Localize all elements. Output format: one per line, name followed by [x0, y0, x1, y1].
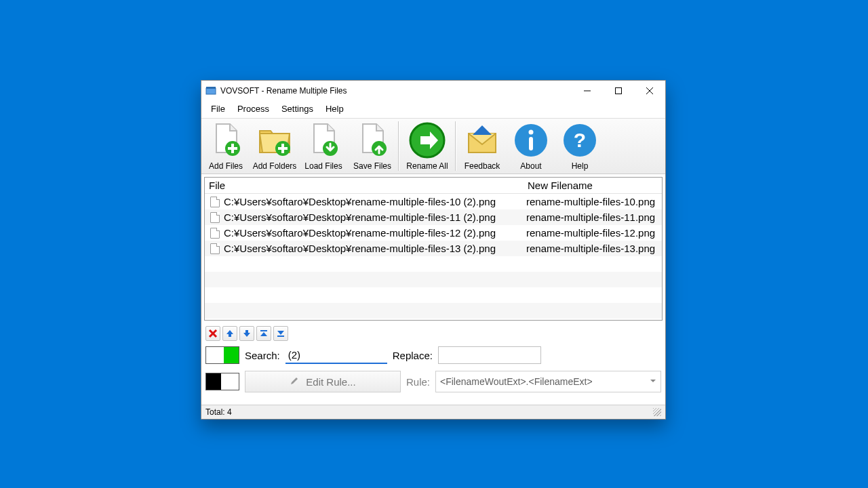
menu-help[interactable]: Help: [320, 102, 349, 115]
column-file[interactable]: File: [205, 178, 524, 193]
rule-input[interactable]: [435, 371, 661, 392]
minimize-button[interactable]: [572, 81, 603, 101]
move-up-button[interactable]: [222, 326, 237, 341]
new-filename: rename-multiple-files-10.png: [521, 196, 662, 207]
svg-text:?: ?: [574, 129, 586, 151]
question-icon: ?: [561, 121, 599, 159]
file-path: C:¥Users¥softaro¥Desktop¥rename-multiple…: [224, 211, 496, 223]
info-icon: [512, 121, 550, 159]
search-replace-toggle[interactable]: [205, 346, 239, 364]
status-bar: Total: 4: [201, 405, 665, 419]
load-files-button[interactable]: Load Files: [299, 119, 348, 174]
move-down-button[interactable]: [239, 326, 254, 341]
toolbar-label: Help: [555, 161, 604, 171]
edit-rule-button[interactable]: Edit Rule...: [245, 371, 401, 392]
feedback-button[interactable]: Feedback: [458, 119, 507, 174]
table-row[interactable]: C:¥Users¥softaro¥Desktop¥rename-multiple…: [205, 225, 662, 241]
move-bottom-button[interactable]: [273, 326, 288, 341]
file-load-icon: [304, 121, 342, 159]
file-path: C:¥Users¥softaro¥Desktop¥rename-multiple…: [224, 196, 496, 207]
search-input[interactable]: [285, 346, 387, 364]
search-label: Search:: [245, 350, 280, 361]
file-icon: [210, 212, 220, 223]
envelope-icon: [463, 121, 501, 159]
svg-rect-11: [278, 147, 288, 150]
table-row[interactable]: C:¥Users¥softaro¥Desktop¥rename-multiple…: [205, 241, 662, 256]
add-folders-button[interactable]: Add Folders: [250, 119, 299, 174]
svg-rect-3: [616, 88, 622, 94]
table-row[interactable]: C:¥Users¥softaro¥Desktop¥rename-multiple…: [205, 209, 662, 225]
about-button[interactable]: About: [507, 119, 555, 174]
save-files-button[interactable]: Save Files: [348, 119, 397, 174]
toolbar-separator: [455, 121, 456, 171]
replace-input[interactable]: [438, 346, 541, 364]
arrow-right-circle-icon: [408, 121, 446, 159]
toolbar-label: Add Files: [201, 161, 250, 171]
toolbar: Add Files Add Folders Load Files Save Fi…: [201, 118, 665, 174]
column-new-filename[interactable]: New Filename: [524, 178, 662, 193]
remove-button[interactable]: [205, 326, 220, 341]
table-row: [205, 303, 662, 319]
window-title: VOVSOFT - Rename Multiple Files: [220, 86, 572, 96]
replace-label: Replace:: [393, 350, 433, 361]
svg-rect-24: [277, 336, 284, 337]
table-row[interactable]: C:¥Users¥softaro¥Desktop¥rename-multiple…: [205, 194, 662, 209]
resize-grip[interactable]: [653, 408, 661, 416]
menu-process[interactable]: Process: [232, 102, 275, 115]
app-window: VOVSOFT - Rename Multiple Files File Pro…: [201, 80, 666, 420]
toolbar-label: About: [507, 161, 555, 171]
file-path: C:¥Users¥softaro¥Desktop¥rename-multiple…: [224, 243, 496, 254]
menu-file[interactable]: File: [205, 102, 231, 115]
new-filename: rename-multiple-files-13.png: [521, 243, 662, 254]
toolbar-label: Feedback: [458, 161, 507, 171]
rename-all-button[interactable]: Rename All: [401, 119, 454, 174]
new-filename: rename-multiple-files-12.png: [521, 227, 662, 239]
move-top-button[interactable]: [256, 326, 271, 341]
table-row: [205, 256, 662, 272]
svg-rect-0: [206, 88, 216, 94]
file-icon: [210, 243, 220, 254]
rule-label: Rule:: [406, 376, 430, 388]
menu-settings[interactable]: Settings: [276, 102, 319, 115]
toolbar-label: Add Folders: [250, 161, 299, 171]
pencil-icon: [290, 376, 299, 388]
close-button[interactable]: [634, 81, 665, 101]
edit-rule-label: Edit Rule...: [306, 376, 355, 388]
svg-point-17: [529, 130, 534, 135]
file-icon: [210, 197, 220, 207]
svg-rect-18: [529, 137, 533, 150]
toolbar-separator: [398, 121, 399, 171]
new-filename: rename-multiple-files-11.png: [521, 211, 662, 223]
svg-rect-8: [228, 147, 237, 150]
maximize-button[interactable]: [603, 81, 634, 101]
app-icon: [205, 85, 216, 96]
titlebar[interactable]: VOVSOFT - Rename Multiple Files: [201, 81, 665, 101]
list-header: File New Filename: [205, 178, 662, 194]
folder-add-icon: [256, 121, 294, 159]
table-row: [205, 272, 662, 287]
file-icon: [210, 228, 220, 239]
file-list[interactable]: File New Filename C:¥Users¥softaro¥Deskt…: [204, 177, 663, 321]
file-path: C:¥Users¥softaro¥Desktop¥rename-multiple…: [224, 227, 496, 239]
help-button[interactable]: ? Help: [555, 119, 604, 174]
rule-toggle[interactable]: [205, 373, 239, 390]
bottom-panel: Search: Replace: Edit Rule... Rule:: [201, 323, 665, 405]
table-row: [205, 287, 662, 303]
add-files-button[interactable]: Add Files: [201, 119, 250, 174]
file-add-icon: [207, 121, 245, 159]
svg-rect-23: [260, 330, 267, 331]
toolbar-label: Rename All: [401, 161, 454, 171]
svg-rect-1: [206, 87, 216, 89]
toolbar-label: Load Files: [299, 161, 348, 171]
status-total: Total: 4: [205, 407, 232, 417]
file-save-icon: [353, 121, 391, 159]
toolbar-label: Save Files: [348, 161, 397, 171]
menu-bar: File Process Settings Help: [201, 101, 665, 118]
